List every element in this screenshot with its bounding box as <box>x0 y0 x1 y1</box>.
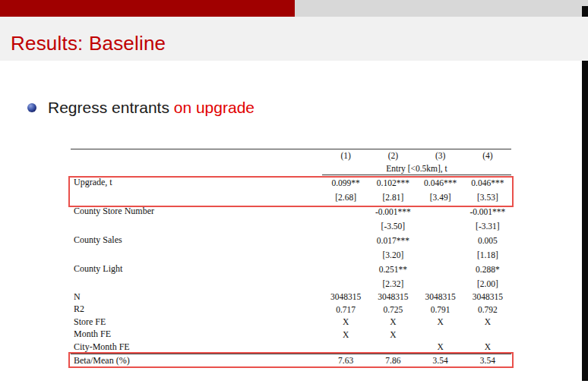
table-cell: 3.54 <box>417 356 464 365</box>
table-row: Beta/Mean (%)7.637.863.543.54 <box>71 354 511 367</box>
table-row-label: R2 <box>71 304 322 315</box>
table-row: Upgrade, t0.099**0.102***0.046***0.046**… <box>71 175 511 190</box>
table-row: R20.7170.7250.7910.792 <box>71 304 511 316</box>
table-cell: 0.725 <box>369 305 416 314</box>
table-column-header: (4) <box>464 151 511 160</box>
table-cell: [2.00] <box>464 279 511 288</box>
table-cell: X <box>464 317 511 326</box>
table-cell: [2.81] <box>369 193 416 202</box>
title-band: Results: Baseline <box>0 17 588 61</box>
table-row-label: N <box>71 291 322 303</box>
table-row-label: County Store Number <box>71 206 322 217</box>
table-cell: 0.791 <box>417 305 464 314</box>
bullet-item: Regress entrants on upgrade <box>27 99 254 117</box>
table-row: Store FEXXXX <box>71 316 511 329</box>
table-cell: X <box>417 317 464 326</box>
bullet-text: Regress entrants on upgrade <box>48 99 254 117</box>
table-row: City-Month FEXX <box>71 341 511 354</box>
table-row-label: Month FE <box>71 329 322 340</box>
table-cell: [2.68] <box>322 193 369 202</box>
table-row-label: County Sales <box>71 234 322 246</box>
table-row: County Light0.251**0.288* <box>71 262 511 276</box>
table-cell: 0.251** <box>369 265 416 274</box>
table-row-label: Store FE <box>71 316 322 328</box>
table-cell: X <box>322 317 369 326</box>
table-column-header: (3) <box>417 151 464 160</box>
table-cell: 3.54 <box>464 356 511 365</box>
table-cell: 0.046*** <box>464 178 511 187</box>
table-span-header-row: Entry [<0.5km], t <box>71 162 511 175</box>
table-cell: 7.63 <box>322 356 369 365</box>
table-cell: 7.86 <box>369 356 416 365</box>
table-row-label: Beta/Mean (%) <box>71 355 322 366</box>
table-row: [-3.50][-3.31] <box>71 219 511 233</box>
table-cell: X <box>464 342 511 351</box>
table-row: [2.32][2.00] <box>71 276 511 291</box>
table-cell: [-3.31] <box>464 222 511 231</box>
table-row: County Sales0.017***0.005 <box>71 233 511 247</box>
table-cell: X <box>322 330 369 339</box>
table-cell: 0.717 <box>322 305 369 314</box>
table-row-label: County Light <box>71 263 322 275</box>
table-cell: [1.18] <box>464 250 511 259</box>
table-cell: 0.288* <box>464 265 511 274</box>
top-bar-gray-segment <box>295 0 588 17</box>
span-header-rule <box>322 175 511 175</box>
table-cell: 3048315 <box>464 292 511 301</box>
table-column-header: (2) <box>369 151 416 160</box>
top-bar-red-segment <box>0 0 295 17</box>
table-span-header: Entry [<0.5km], t <box>322 164 511 173</box>
bullet-alert-text: on upgrade <box>174 99 254 116</box>
table-cell: [3.20] <box>369 250 416 259</box>
table-cell: 0.005 <box>464 236 511 245</box>
table-cell: 0.017*** <box>369 236 416 245</box>
table-row: [2.68][2.81][3.49][3.53] <box>71 190 511 204</box>
table-body: Upgrade, t0.099**0.102***0.046***0.046**… <box>71 175 511 367</box>
table-cell: 3048315 <box>369 292 416 301</box>
table-cell: X <box>369 330 416 339</box>
slide: Results: Baseline Regress entrants on up… <box>0 0 588 390</box>
table-cell: 0.792 <box>464 305 511 314</box>
table-cell: -0.001*** <box>369 207 416 216</box>
table-column-header: (1) <box>322 151 369 160</box>
table-cell: X <box>369 317 416 326</box>
right-edge-strip <box>582 6 588 381</box>
table-header-row: (1)(2)(3)(4) <box>71 149 511 162</box>
table-row: N3048315304831530483153048315 <box>71 291 511 304</box>
bullet-ball-icon <box>27 103 36 112</box>
table-row-label: Upgrade, t <box>71 177 322 188</box>
table-cell: 0.099** <box>322 178 369 187</box>
table-row-label: City-Month FE <box>71 341 322 353</box>
table-row: [3.20][1.18] <box>71 247 511 262</box>
regression-table: (1)(2)(3)(4) Entry [<0.5km], t Upgrade, … <box>71 149 511 367</box>
table-cell: 0.046*** <box>417 178 464 187</box>
table-cell: 3048315 <box>417 292 464 301</box>
table-row: Month FEXX <box>71 329 511 341</box>
table-cell: [3.53] <box>464 193 511 202</box>
table-cell: [2.32] <box>369 279 416 288</box>
page-title: Results: Baseline <box>0 17 588 55</box>
table-cell: X <box>417 342 464 351</box>
bullet-text-main: Regress entrants <box>48 99 174 116</box>
table-row: County Store Number-0.001***-0.001*** <box>71 204 511 219</box>
table-cell: [3.49] <box>417 193 464 202</box>
table-cell: 3048315 <box>322 292 369 301</box>
table-cell: [-3.50] <box>369 222 416 231</box>
table-cell: -0.001*** <box>464 207 511 216</box>
table-cell: 0.102*** <box>369 178 416 187</box>
